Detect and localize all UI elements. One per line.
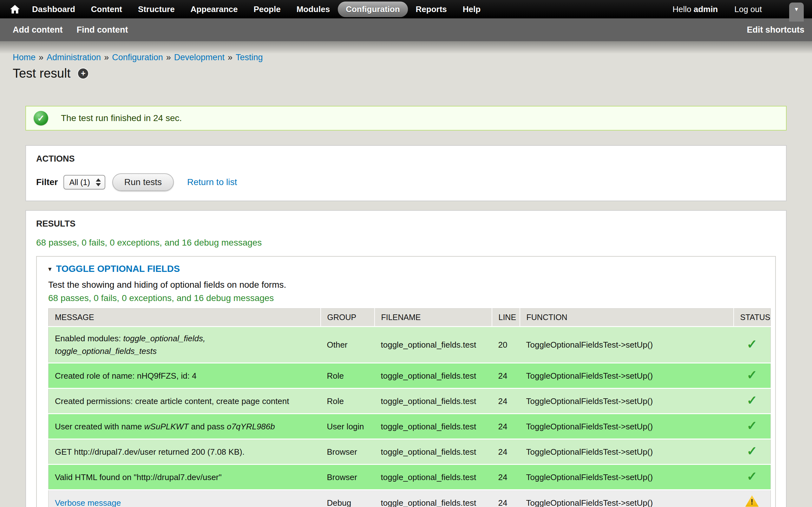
pass-check-icon: ✓ xyxy=(747,337,757,351)
status-cell: ✓ xyxy=(734,327,771,363)
status-cell: ✓ xyxy=(734,464,771,490)
toolbar-item-content[interactable]: Content xyxy=(83,2,130,17)
breadcrumb-link-home[interactable]: Home xyxy=(13,53,36,62)
pass-check-icon: ✓ xyxy=(747,444,757,458)
select-stepper-icon xyxy=(96,178,101,186)
add-shortcut-icon[interactable]: + xyxy=(78,68,88,78)
results-table: MESSAGEGROUPFILENAMELINEFUNCTIONSTATUS E… xyxy=(48,308,771,507)
username: admin xyxy=(694,4,718,14)
message-text: o7qYRL986b xyxy=(227,422,275,431)
breadcrumb-link-development[interactable]: Development xyxy=(174,53,224,62)
toolbar-item-configuration[interactable]: Configuration xyxy=(338,2,408,17)
breadcrumb-separator: » xyxy=(39,53,44,62)
line-cell: 24 xyxy=(492,464,520,490)
function-cell: ToggleOptionalFieldsTest->setUp() xyxy=(520,490,734,507)
bar-shadow xyxy=(0,41,812,54)
message-cell: Enabled modules: toggle_optional_fields,… xyxy=(49,327,321,363)
toolbar-item-help[interactable]: Help xyxy=(455,2,489,17)
message-cell: Valid HTML found on "http://drupal7.dev/… xyxy=(49,464,321,490)
message-text: Created permissions: create article cont… xyxy=(55,396,289,406)
test-group-fieldset: ▾ TOGGLE OPTIONAL FIELDS Test the showin… xyxy=(36,256,776,507)
status-cell: ✓ xyxy=(734,363,771,389)
results-fieldset: RESULTS 68 passes, 0 fails, 0 exceptions… xyxy=(26,210,786,507)
toolbar-item-reports[interactable]: Reports xyxy=(408,2,455,17)
toolbar-item-modules[interactable]: Modules xyxy=(289,2,338,17)
chevron-down-icon: ▼ xyxy=(794,6,799,21)
group-cell: Other xyxy=(321,327,374,363)
logout-link[interactable]: Log out xyxy=(734,4,762,14)
toolbar-item-dashboard[interactable]: Dashboard xyxy=(24,2,83,17)
return-to-list-link[interactable]: Return to list xyxy=(187,177,237,187)
filter-select[interactable]: All (1) xyxy=(63,175,105,189)
result-row: Enabled modules: toggle_optional_fields,… xyxy=(49,327,771,363)
breadcrumb-separator: » xyxy=(166,53,171,62)
shortcut-bar: Add contentFind content Edit shortcuts xyxy=(0,18,812,41)
shortcut-item-find-content[interactable]: Find content xyxy=(77,25,128,35)
result-row: Verbose messageDebugtoggle_optional_fiel… xyxy=(49,490,771,507)
message-cell: User created with name wSuPLKWT and pass… xyxy=(49,414,321,439)
column-header-message: MESSAGE xyxy=(49,308,321,327)
status-message-text: The test run finished in 24 sec. xyxy=(61,113,182,123)
message-cell: Created role of name: nHQ9fFZS, id: 4 xyxy=(49,363,321,389)
message-text: and pass xyxy=(189,422,227,431)
edit-shortcuts-link[interactable]: Edit shortcuts xyxy=(747,25,804,35)
shortcut-item-add-content[interactable]: Add content xyxy=(13,25,62,35)
breadcrumb-link-configuration[interactable]: Configuration xyxy=(112,53,163,62)
test-group-toggle[interactable]: ▾ TOGGLE OPTIONAL FIELDS xyxy=(48,264,764,274)
results-summary: 68 passes, 0 fails, 0 exceptions, and 16… xyxy=(36,238,776,248)
group-cell: Browser xyxy=(321,464,374,490)
message-text: GET http://drupal7.dev/user returned 200… xyxy=(55,447,245,457)
group-cell: Role xyxy=(321,363,374,389)
function-cell: ToggleOptionalFieldsTest->setUp() xyxy=(520,327,734,363)
message-text: Enabled modules: xyxy=(55,334,123,343)
message-cell: GET http://drupal7.dev/user returned 200… xyxy=(49,439,321,464)
result-row: Created role of name: nHQ9fFZS, id: 4Rol… xyxy=(49,363,771,389)
status-cell: ✓ xyxy=(734,439,771,464)
line-cell: 24 xyxy=(492,490,520,507)
line-cell: 24 xyxy=(492,414,520,439)
filename-cell: toggle_optional_fields.test xyxy=(374,490,492,507)
collapse-arrow-icon: ▾ xyxy=(48,266,52,272)
column-header-group: GROUP xyxy=(321,308,374,327)
actions-legend: ACTIONS xyxy=(36,154,776,164)
line-cell: 24 xyxy=(492,363,520,389)
filter-select-value: All (1) xyxy=(69,178,90,187)
verbose-message-link[interactable]: Verbose message xyxy=(55,498,121,507)
result-row: GET http://drupal7.dev/user returned 200… xyxy=(49,439,771,464)
group-cell: Role xyxy=(321,389,374,414)
test-group-title[interactable]: TOGGLE OPTIONAL FIELDS xyxy=(56,264,180,274)
message-text: wSuPLKWT xyxy=(144,422,189,431)
pass-check-icon: ✓ xyxy=(747,368,757,382)
filter-label: Filter xyxy=(36,177,58,187)
actions-row: Filter All (1) Run tests Return to list xyxy=(36,173,776,191)
pass-check-icon: ✓ xyxy=(747,469,757,483)
result-row: Created permissions: create article cont… xyxy=(49,389,771,414)
breadcrumb-separator: » xyxy=(228,53,233,62)
filename-cell: toggle_optional_fields.test xyxy=(374,363,492,389)
message-text: toggle_optional_fields_tests xyxy=(55,346,157,356)
user-greeting: Hello admin xyxy=(672,4,718,14)
column-header-filename: FILENAME xyxy=(374,308,492,327)
line-cell: 24 xyxy=(492,439,520,464)
main-content: ✓ The test run finished in 24 sec. ACTIO… xyxy=(0,106,812,507)
group-cell: User login xyxy=(321,414,374,439)
toolbar-item-structure[interactable]: Structure xyxy=(130,2,183,17)
toolbar-item-people[interactable]: People xyxy=(246,2,288,17)
filename-cell: toggle_optional_fields.test xyxy=(374,439,492,464)
breadcrumb-link-testing[interactable]: Testing xyxy=(236,53,263,62)
home-icon[interactable] xyxy=(10,5,20,14)
group-cell: Browser xyxy=(321,439,374,464)
filename-cell: toggle_optional_fields.test xyxy=(374,327,492,363)
filename-cell: toggle_optional_fields.test xyxy=(374,414,492,439)
success-check-icon: ✓ xyxy=(34,111,48,125)
toolbar-toggle-button[interactable]: ▼ xyxy=(789,3,804,21)
message-cell: Created permissions: create article cont… xyxy=(49,389,321,414)
run-tests-button[interactable]: Run tests xyxy=(112,173,174,191)
toolbar-item-appearance[interactable]: Appearance xyxy=(183,2,246,17)
status-cell: ✓ xyxy=(734,389,771,414)
column-header-function: FUNCTION xyxy=(520,308,734,327)
page-title: Test result xyxy=(13,66,70,80)
pass-check-icon: ✓ xyxy=(747,418,757,433)
breadcrumb-separator: » xyxy=(104,53,109,62)
breadcrumb-link-administration[interactable]: Administration xyxy=(47,53,101,62)
